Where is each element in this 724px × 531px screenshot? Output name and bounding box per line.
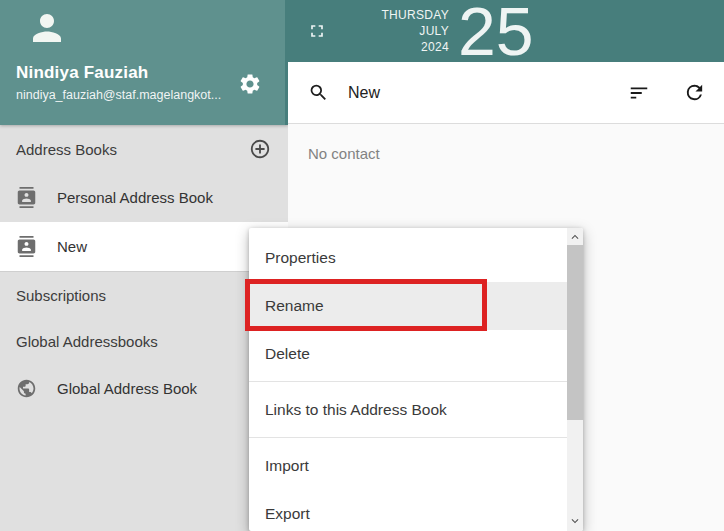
context-menu: Properties Rename Delete Links to this A… (249, 228, 583, 531)
search-icon (308, 82, 329, 103)
chevron-down-icon[interactable] (567, 513, 583, 529)
date-day-number: 25 (458, 2, 534, 60)
section-label: Global Addressbooks (16, 333, 158, 350)
sidebar-item-new[interactable]: New (0, 222, 288, 272)
context-menu-list: Properties Rename Delete Links to this A… (249, 228, 567, 531)
menu-item-export[interactable]: Export (249, 490, 567, 531)
section-subscriptions[interactable]: Subscriptions (0, 272, 288, 318)
date-banner: THURSDAY JULY 2024 25 (288, 0, 724, 62)
contacts-icon (16, 236, 37, 257)
chevron-up-icon[interactable] (567, 229, 583, 245)
menu-divider (249, 381, 567, 382)
date-year: 2024 (353, 39, 449, 55)
menu-divider (249, 437, 567, 438)
section-label: Subscriptions (16, 287, 106, 304)
refresh-button[interactable] (683, 81, 706, 104)
menu-item-rename[interactable]: Rename (249, 282, 567, 330)
search-toolbar (288, 62, 724, 124)
section-label: Address Books (16, 141, 117, 158)
user-name: Nindiya Fauziah (16, 63, 148, 83)
fullscreen-button[interactable] (307, 21, 327, 41)
fullscreen-icon (307, 21, 327, 41)
sidebar-item-personal-address-book[interactable]: Personal Address Book (0, 173, 288, 222)
menu-item-links[interactable]: Links to this Address Book (249, 386, 567, 434)
add-circle-icon (249, 138, 271, 160)
section-global-addressbooks[interactable]: Global Addressbooks (0, 318, 288, 364)
menu-item-delete[interactable]: Delete (249, 330, 567, 378)
search-input[interactable] (346, 83, 628, 103)
settings-button[interactable] (238, 72, 262, 96)
person-icon (26, 7, 68, 49)
date-weekday: THURSDAY (353, 7, 449, 23)
scrollbar-thumb[interactable] (567, 245, 583, 420)
sort-button[interactable] (628, 82, 650, 104)
user-header: Nindiya Fauziah nindiya_fauziah@staf.mag… (0, 0, 288, 125)
sidebar-item-label: New (57, 238, 87, 255)
empty-message: No contact (288, 124, 724, 162)
sidebar-item-global-address-book[interactable]: Global Address Book (0, 364, 288, 413)
gear-icon (238, 72, 262, 96)
sort-icon (628, 82, 650, 104)
user-email: nindiya_fauziah@staf.magelangkot... (16, 88, 221, 102)
sidebar-item-label: Global Address Book (57, 380, 197, 397)
sidebar-item-label: Personal Address Book (57, 189, 213, 206)
menu-item-properties[interactable]: Properties (249, 234, 567, 282)
date-text: THURSDAY JULY 2024 (353, 7, 449, 55)
section-address-books: Address Books (0, 125, 288, 173)
refresh-icon (683, 81, 706, 104)
add-address-book-button[interactable] (249, 138, 271, 160)
date-month: JULY (353, 23, 449, 39)
globe-icon (16, 378, 37, 399)
contacts-icon (16, 187, 37, 208)
sidebar: Nindiya Fauziah nindiya_fauziah@staf.mag… (0, 0, 288, 531)
menu-scrollbar[interactable] (567, 228, 583, 531)
menu-item-import[interactable]: Import (249, 442, 567, 490)
app-window: Nindiya Fauziah nindiya_fauziah@staf.mag… (0, 0, 724, 531)
